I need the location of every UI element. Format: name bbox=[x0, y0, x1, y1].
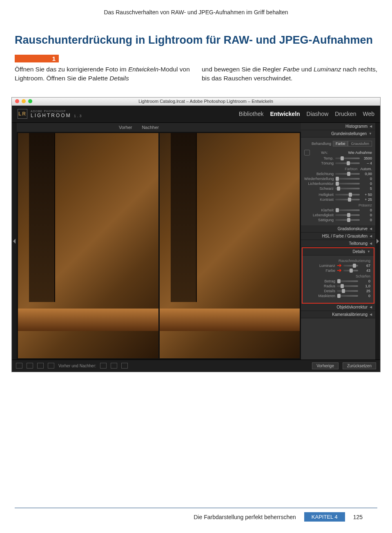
section-farbton: Farbton bbox=[345, 167, 357, 171]
seg-farbe[interactable]: Farbe bbox=[333, 141, 348, 147]
slider-details[interactable] bbox=[337, 290, 358, 292]
label-betrag: Betrag bbox=[306, 279, 335, 283]
panel-gradationskurve[interactable]: Gradationskurve◀ bbox=[301, 225, 375, 233]
footer-page-number: 125 bbox=[353, 514, 363, 520]
val-tonung: – 4 bbox=[361, 161, 372, 165]
right-panel-toggle[interactable] bbox=[375, 123, 380, 360]
mac-titlebar: Lightroom Catalog.lrcat – Adobe Photosho… bbox=[12, 98, 380, 106]
nav-bibliothek[interactable]: Bibliothek bbox=[239, 111, 264, 117]
section-praesenz: Präsenz bbox=[304, 203, 372, 207]
view-mode-icon[interactable] bbox=[48, 363, 54, 369]
slider-lebendigkeit[interactable] bbox=[335, 214, 360, 216]
val-radius: 1,0 bbox=[360, 284, 370, 288]
panel-label: Gradationskurve bbox=[338, 227, 368, 231]
panel-label: Grundeinstellungen bbox=[331, 131, 367, 136]
compare-mode-icon[interactable] bbox=[111, 363, 117, 369]
panel-objektivkorrektur[interactable]: Objektivkorrektur◀ bbox=[301, 304, 375, 311]
section-schaerfen: Schärfen bbox=[306, 274, 370, 278]
label-maskieren: Maskieren bbox=[306, 294, 335, 298]
chevron-left-icon: ◀ bbox=[370, 305, 372, 309]
label-lebendigkeit: Lebendigkeit bbox=[304, 213, 334, 217]
val-details: 25 bbox=[360, 289, 370, 293]
nav-diashow[interactable]: Diashow bbox=[307, 111, 329, 117]
val-kontrast: + 25 bbox=[361, 198, 372, 202]
view-mode-icon[interactable] bbox=[37, 363, 44, 369]
panel-label: Kamerakalibrierung bbox=[332, 312, 368, 317]
panel-label: HSL / Farbe / Graustufen bbox=[322, 234, 368, 238]
panel-grundeinstellungen[interactable]: Grundeinstellungen▼ bbox=[301, 130, 375, 138]
logo-version: 1.3 bbox=[74, 114, 83, 118]
nav-entwickeln[interactable]: Entwickeln bbox=[270, 111, 300, 117]
logo-name: LIGHTROOM bbox=[31, 113, 71, 118]
slider-saettigung[interactable] bbox=[335, 219, 360, 221]
details-highlight-box: Details▼ Rauschreduzierung Luminanz➔67 F… bbox=[302, 247, 374, 304]
zoom-icon[interactable] bbox=[28, 99, 32, 103]
nav-drucken[interactable]: Drucken bbox=[335, 111, 356, 117]
label-radius: Radius bbox=[306, 284, 335, 288]
slider-temp[interactable] bbox=[335, 158, 360, 159]
lightroom-toolbar: Vorher und Nachher: Vorherige Zurücksetz… bbox=[12, 360, 380, 372]
panel-label: Histogramm bbox=[345, 124, 368, 129]
panel-details[interactable]: Details▼ bbox=[303, 248, 374, 255]
slider-tonung[interactable] bbox=[335, 162, 360, 164]
btn-vorherige[interactable]: Vorherige bbox=[312, 362, 339, 369]
body-text-span: und bewegen Sie die Regler bbox=[202, 66, 283, 73]
val-schwarz: 5 bbox=[361, 187, 372, 191]
label-schwarz: Schwarz bbox=[304, 187, 334, 191]
slider-betrag[interactable] bbox=[337, 280, 358, 282]
chevron-down-icon: ▼ bbox=[369, 132, 372, 135]
slider-lichter[interactable] bbox=[335, 183, 360, 184]
label-vorher-nachher: Vorher und Nachher: bbox=[58, 364, 96, 368]
view-mode-icon[interactable] bbox=[27, 363, 33, 369]
minimize-icon[interactable] bbox=[22, 99, 26, 103]
panel-histogramm[interactable]: Histogramm◀ bbox=[301, 123, 375, 130]
panel-hsl[interactable]: HSL / Farbe / Graustufen◀ bbox=[301, 233, 375, 240]
photo-compare-area[interactable] bbox=[17, 132, 301, 360]
close-icon[interactable] bbox=[15, 99, 19, 103]
eyedropper-icon[interactable] bbox=[304, 150, 310, 155]
label-wa: WA: bbox=[312, 151, 328, 155]
lightroom-logo: LR ADOBE PHOTOSHOP LIGHTROOM 1.3 bbox=[18, 109, 83, 119]
left-panel-toggle[interactable] bbox=[12, 123, 17, 360]
btn-autom[interactable]: Autom. bbox=[360, 167, 372, 171]
lightroom-header: LR ADOBE PHOTOSHOP LIGHTROOM 1.3 Bibliot… bbox=[12, 106, 380, 123]
treatment-seg[interactable]: FarbeGraustufen bbox=[333, 141, 372, 147]
val-lebendigkeit: 0 bbox=[361, 213, 372, 217]
slider-helligkeit[interactable] bbox=[335, 194, 360, 195]
chevron-left-icon: ◀ bbox=[370, 242, 372, 245]
panel-teiltonung[interactable]: Teiltonung◀ bbox=[301, 240, 375, 247]
body-text-em: Luminanz bbox=[314, 66, 341, 73]
label-vorher: Vorher bbox=[119, 125, 132, 130]
slider-wiederherstellung[interactable] bbox=[335, 178, 360, 180]
slider-luminanz[interactable] bbox=[343, 265, 358, 266]
label-luminanz: Luminanz bbox=[306, 264, 335, 268]
module-nav: Bibliothek Entwickeln Diashow Drucken We… bbox=[239, 111, 374, 117]
slider-maskieren[interactable] bbox=[337, 295, 358, 297]
slider-klarheit[interactable] bbox=[335, 209, 360, 211]
page-footer: Die Farbdarstellung perfekt beherrschen … bbox=[15, 508, 377, 522]
body-text-em: Farbe bbox=[283, 66, 300, 73]
wa-value[interactable]: Wie Aufnahme bbox=[330, 151, 372, 155]
label-farbe-slider: Farbe bbox=[306, 269, 335, 273]
panel-kamerakalibrierung[interactable]: Kamerakalibrierung◀ bbox=[301, 311, 375, 318]
nav-web[interactable]: Web bbox=[363, 111, 374, 117]
label-helligkeit: Helligkeit bbox=[304, 193, 334, 197]
val-temp: 3500 bbox=[361, 156, 372, 160]
photo-before bbox=[18, 133, 158, 358]
slider-farbe[interactable] bbox=[343, 270, 358, 271]
slider-belichtung[interactable] bbox=[335, 173, 360, 175]
compare-mode-icon[interactable] bbox=[100, 363, 107, 369]
slider-kontrast[interactable] bbox=[335, 199, 360, 200]
label-details-slider: Details bbox=[306, 289, 335, 293]
label-tonung: Tönung bbox=[304, 161, 334, 165]
btn-zuruecksetzen[interactable]: Zurücksetzen bbox=[343, 362, 376, 369]
label-nachher: Nachher bbox=[142, 125, 159, 130]
label-wiederherstellung: Wiederherstellung bbox=[304, 177, 334, 181]
slider-schwarz[interactable] bbox=[335, 188, 360, 189]
seg-graustufen[interactable]: Graustufen bbox=[348, 141, 372, 147]
chevron-left-icon: ◀ bbox=[370, 313, 372, 316]
slider-radius[interactable] bbox=[337, 285, 358, 287]
view-mode-icon[interactable] bbox=[16, 363, 22, 369]
compare-mode-icon[interactable] bbox=[121, 363, 128, 369]
label-behandlung: Behandlung bbox=[304, 142, 331, 146]
